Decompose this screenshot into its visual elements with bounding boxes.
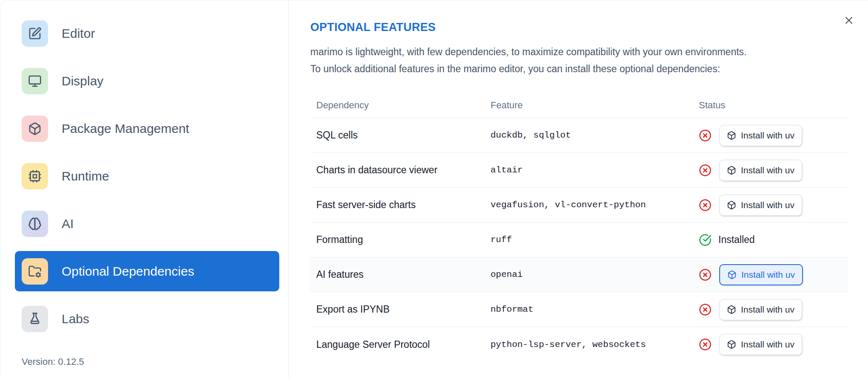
sidebar-item-optional-dependencies[interactable]: Optional Dependencies [15,251,279,291]
install-button-label: Install with uv [741,130,794,141]
status-cell: Install with uv [699,125,842,146]
folder-cog-icon [22,258,48,285]
dependency-cell: Export as IPYNB [316,304,491,315]
feature-cell: altair [491,165,699,175]
package-icon [727,200,736,210]
status-cell: Install with uv [699,299,842,320]
table-row: Export as IPYNB nbformat Install with uv [310,292,848,327]
sidebar-item-label: Runtime [62,169,109,183]
column-header-dependency: Dependency [316,100,491,111]
brain-icon [22,211,48,237]
circle-check-icon [699,234,712,246]
circle-x-icon [699,164,712,177]
package-icon [727,340,736,349]
install-with-uv-button[interactable]: Install with uv [719,125,802,146]
feature-cell: vegafusion, vl-convert-python [491,200,699,210]
flask-icon [22,306,48,332]
close-button[interactable] [841,12,857,28]
sidebar-item-editor[interactable]: Editor [15,13,279,54]
install-button-label: Install with uv [741,200,794,210]
column-header-status: Status [699,100,842,111]
settings-sidebar: Editor Display Package Management Runtim… [0,0,289,378]
status-cell: Installed [699,234,842,246]
sidebar-item-label: Labs [62,312,89,326]
dependency-cell: Language Server Protocol [316,339,491,350]
circle-x-icon [699,303,712,316]
status-cell: Install with uv [699,160,842,181]
installed-status-label: Installed [718,234,755,245]
feature-cell: nbformat [491,305,699,314]
sidebar-item-label: AI [62,217,74,231]
circle-x-icon [699,303,712,316]
package-icon [727,131,736,140]
sidebar-item-label: Editor [62,26,95,41]
package-icon [727,340,736,349]
description-line-1: marimo is lightweight, with few dependen… [310,43,848,60]
sidebar-item-label: Optional Dependencies [62,264,194,279]
dependency-cell: Formatting [316,234,491,245]
feature-cell: openai [491,270,699,279]
flask-icon [28,312,42,326]
cpu-icon [22,163,48,189]
sidebar-item-label: Package Management [62,121,189,136]
dependency-cell: Fast server-side charts [316,199,491,211]
circle-x-icon [699,268,712,281]
sidebar-item-label: Display [62,74,103,88]
status-cell: Install with uv [699,264,842,285]
install-with-uv-button[interactable]: Install with uv [719,264,803,285]
optional-features-panel: OPTIONAL FEATURES marimo is lightweight,… [289,0,868,378]
install-with-uv-button[interactable]: Install with uv [719,160,802,181]
circle-x-icon [699,164,712,177]
table-row: Fast server-side charts vegafusion, vl-c… [310,188,848,223]
circle-x-icon [699,129,712,142]
table-row: Language Server Protocol python-lsp-serv… [310,327,848,362]
column-header-feature: Feature [491,100,699,111]
feature-cell: python-lsp-server, websockets [491,340,699,350]
circle-x-icon [699,338,712,351]
package-icon [727,166,736,175]
package-icon [727,131,736,140]
dependency-cell: AI features [316,269,491,280]
square-pen-icon [22,20,48,47]
cpu-icon [28,169,42,183]
table-row: AI features openai Install with uv [310,257,848,292]
table-row: Formatting ruff Installed [310,223,848,257]
install-button-label: Install with uv [741,339,794,350]
status-cell: Install with uv [699,195,842,216]
install-with-uv-button[interactable]: Install with uv [719,299,802,320]
folder-cog-icon [28,265,42,278]
table-header-row: DependencyFeatureStatus [310,93,848,118]
sidebar-item-ai[interactable]: AI [15,203,279,244]
status-cell: Install with uv [699,334,842,355]
dependency-cell: SQL cells [316,130,491,141]
circle-check-icon [699,234,712,246]
package-icon [727,270,737,279]
package-icon [727,166,736,175]
description-line-2: To unlock additional features in the mar… [310,60,848,77]
monitor-icon [22,68,48,94]
page-title: OPTIONAL FEATURES [310,21,848,34]
settings-dialog: Editor Display Package Management Runtim… [0,0,868,378]
monitor-icon [28,74,42,88]
sidebar-item-display[interactable]: Display [15,61,279,101]
package-icon [22,116,48,142]
install-button-label: Install with uv [741,270,795,280]
sidebar-nav: Editor Display Package Management Runtim… [15,13,279,339]
square-pen-icon [28,27,42,40]
sidebar-item-package-management[interactable]: Package Management [15,108,279,149]
table-row: Charts in datasource viewer altair Insta… [310,153,848,188]
close-icon [843,14,855,26]
install-with-uv-button[interactable]: Install with uv [719,334,802,355]
sidebar-item-runtime[interactable]: Runtime [15,156,279,196]
feature-cell: duckdb, sqlglot [491,130,699,140]
dependencies-table: DependencyFeatureStatus SQL cells duckdb… [310,93,848,362]
panel-description: marimo is lightweight, with few dependen… [310,43,848,77]
circle-x-icon [699,129,712,142]
sidebar-item-labs[interactable]: Labs [15,299,279,339]
package-icon [727,270,737,279]
install-with-uv-button[interactable]: Install with uv [719,195,802,216]
table-body: SQL cells duckdb, sqlglot Install with u… [310,118,848,362]
package-icon [727,305,736,314]
version-label: Version: 0.12.5 [22,356,84,367]
package-icon [727,200,736,210]
